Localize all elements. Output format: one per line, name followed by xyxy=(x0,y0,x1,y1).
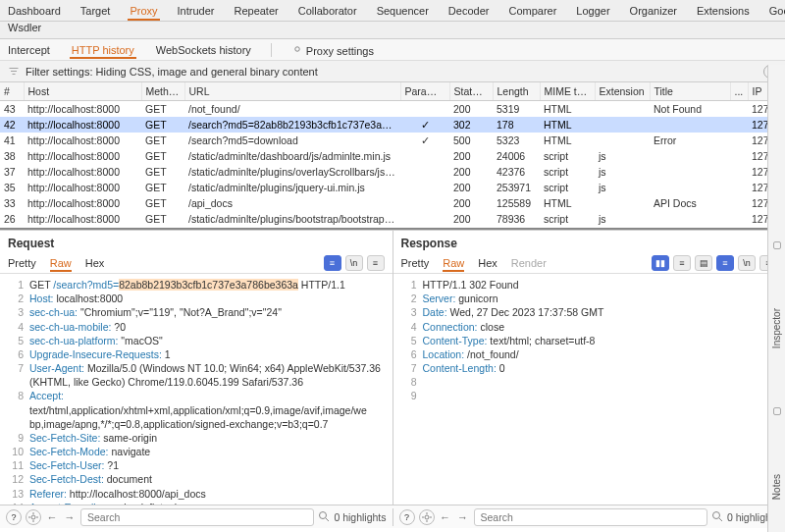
request-panel: Request PrettyRawHex≡\n≡ 1GET /search?md… xyxy=(0,231,393,505)
http-history-table: #HostMethodURLParams ...Status...LengthM… xyxy=(0,82,785,230)
bottom-bar: ? ← → 0 highlights ? ← → 0 highlights xyxy=(0,505,785,528)
request-body[interactable]: 1GET /search?md5=82ab8b2193b3cfb1c737e3a… xyxy=(0,274,392,505)
tab-collaborator[interactable]: Collaborator xyxy=(296,1,359,21)
actions-icon[interactable]: ≡ xyxy=(716,255,734,271)
table-row[interactable]: 33http://localhost:8000GET/api_docs20012… xyxy=(0,195,785,211)
column-header[interactable]: Title xyxy=(650,82,730,101)
gear-icon[interactable] xyxy=(419,509,435,525)
svg-line-7 xyxy=(719,518,722,521)
svg-point-6 xyxy=(712,511,719,518)
tab-wsdler[interactable]: Wsdler xyxy=(8,22,41,33)
tab-target[interactable]: Target xyxy=(78,1,113,21)
proxy-subtabs: InterceptHTTP historyWebSockets history … xyxy=(0,39,785,61)
tab-sequencer[interactable]: Sequencer xyxy=(375,1,431,21)
table-row[interactable]: 35http://localhost:8000GET/static/adminl… xyxy=(0,180,785,195)
search-icon[interactable] xyxy=(711,510,723,524)
inspector-icon[interactable] xyxy=(773,241,781,249)
main-tabs: DashboardTargetProxyIntruderRepeaterColl… xyxy=(0,0,785,22)
response-panel: Response PrettyRawHexRender▮▮≡▤≡\n≡ 1HTT… xyxy=(393,231,786,505)
search-input-response[interactable] xyxy=(474,508,707,526)
search-icon[interactable] xyxy=(318,510,330,524)
view-icon[interactable]: ≡ xyxy=(367,255,385,271)
svg-point-1 xyxy=(295,46,300,51)
filter-text: Filter settings: Hiding CSS, image and g… xyxy=(26,66,318,78)
svg-point-3 xyxy=(320,511,327,518)
svg-point-2 xyxy=(31,515,35,519)
column-header[interactable]: Host xyxy=(24,82,141,101)
tab-dashboard[interactable]: Dashboard xyxy=(6,1,63,21)
table-row[interactable]: 43http://localhost:8000GET/not_found/200… xyxy=(0,101,785,118)
next-icon[interactable]: → xyxy=(63,510,77,524)
tab-extensions[interactable]: Extensions xyxy=(695,1,752,21)
tab-proxy[interactable]: Proxy xyxy=(128,1,159,21)
view-tab-raw[interactable]: Raw xyxy=(443,254,464,272)
gear-icon xyxy=(291,43,303,55)
view-tab-hex[interactable]: Hex xyxy=(85,254,105,272)
wrap-icon[interactable]: \n xyxy=(738,255,756,271)
prev-icon[interactable]: ← xyxy=(45,510,59,524)
tab-organizer[interactable]: Organizer xyxy=(628,1,679,21)
table-row[interactable]: 38http://localhost:8000GET/static/adminl… xyxy=(0,148,785,164)
inspector-tab[interactable]: Inspector xyxy=(771,308,782,348)
subtab-http-history[interactable]: HTTP history xyxy=(70,41,136,59)
highlight-count: 0 highlights xyxy=(334,511,386,523)
view-tab-render[interactable]: Render xyxy=(511,254,547,272)
gear-icon[interactable] xyxy=(26,509,41,525)
wrap-icon[interactable]: \n xyxy=(345,255,363,271)
column-header[interactable]: Status... xyxy=(449,82,493,101)
view-tab-hex[interactable]: Hex xyxy=(478,254,497,272)
view-tab-raw[interactable]: Raw xyxy=(50,254,72,272)
next-icon[interactable]: → xyxy=(456,510,470,524)
column-header[interactable]: MIME type xyxy=(540,82,595,101)
subtab-websockets-history[interactable]: WebSockets history xyxy=(154,41,253,59)
filter-icon xyxy=(8,65,20,79)
column-header[interactable]: Params ... xyxy=(400,82,449,101)
view-tab-pretty[interactable]: Pretty xyxy=(8,254,36,272)
right-sidebar: Inspector Notes xyxy=(767,65,785,528)
help-icon[interactable]: ? xyxy=(6,509,22,525)
layout-icon[interactable]: ≡ xyxy=(673,255,691,271)
help-icon[interactable]: ? xyxy=(399,509,415,525)
actions-icon[interactable]: ≡ xyxy=(324,255,341,271)
response-title: Response xyxy=(393,231,786,252)
table-row[interactable]: 41http://localhost:8000GET/search?md5=do… xyxy=(0,133,785,148)
tab-repeater[interactable]: Repeater xyxy=(232,1,280,21)
column-header[interactable]: URL xyxy=(184,82,400,101)
table-row[interactable]: 37http://localhost:8000GET/static/adminl… xyxy=(0,164,785,180)
tab-intruder[interactable]: Intruder xyxy=(176,1,217,21)
layout-icon[interactable]: ▤ xyxy=(695,255,712,271)
prev-icon[interactable]: ← xyxy=(439,510,452,524)
notes-tab[interactable]: Notes xyxy=(771,474,782,500)
request-title: Request xyxy=(0,231,392,252)
column-header[interactable]: Length xyxy=(493,82,540,101)
table-row[interactable]: 42http://localhost:8000GET/search?md5=82… xyxy=(0,117,785,133)
subtab-intercept[interactable]: Intercept xyxy=(6,41,52,59)
notes-icon[interactable] xyxy=(773,407,781,415)
svg-point-5 xyxy=(425,515,429,519)
table-row[interactable]: 26http://localhost:8000GET/static/adminl… xyxy=(0,211,785,227)
column-header[interactable]: Method xyxy=(141,82,184,101)
proxy-settings-button[interactable]: Proxy settings xyxy=(289,40,376,60)
column-header[interactable]: # xyxy=(0,82,24,101)
response-body[interactable]: 1HTTP/1.1 302 Found2Server: gunicorn3Dat… xyxy=(393,274,786,505)
svg-line-4 xyxy=(326,518,329,521)
search-input-request[interactable] xyxy=(80,508,314,526)
column-header[interactable]: Extension xyxy=(595,82,650,101)
tab-comparer[interactable]: Comparer xyxy=(506,1,558,21)
layout-icon[interactable]: ▮▮ xyxy=(652,255,669,271)
filter-bar[interactable]: Filter settings: Hiding CSS, image and g… xyxy=(0,61,785,82)
tab-google-authenticator[interactable]: Google Authenticator xyxy=(767,1,785,21)
tab-decoder[interactable]: Decoder xyxy=(446,1,492,21)
view-tab-pretty[interactable]: Pretty xyxy=(401,254,430,272)
column-header[interactable]: ... xyxy=(730,82,748,101)
tab-logger[interactable]: Logger xyxy=(574,1,611,21)
